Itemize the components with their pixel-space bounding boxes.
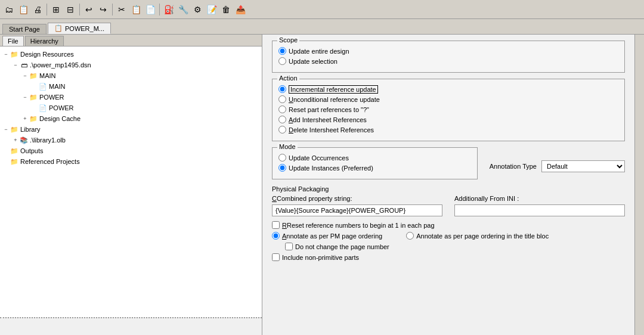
scope-selection-label[interactable]: Update selection <box>289 58 338 65</box>
scope-radio-selection: Update selection <box>278 57 618 65</box>
tree-node-label: Design Cache <box>39 115 80 122</box>
action-radio-unconditional: Unconditional reference update <box>278 95 618 103</box>
toolbar-icon-8[interactable]: ✂ <box>115 3 128 16</box>
toolbar-icon-2[interactable]: 📋 <box>17 3 30 16</box>
include-non-primitive-label: Include non-primitive parts <box>282 254 359 261</box>
tree-item[interactable]: 📄POWER <box>0 103 262 113</box>
tree-item[interactable]: 📁Outputs <box>0 145 262 156</box>
tree-item[interactable]: −📁POWER <box>0 92 262 103</box>
toolbar-icon-14[interactable]: 📝 <box>205 3 218 16</box>
toolbar-icon-15[interactable]: 🗑 <box>219 3 233 16</box>
phys-row: CCombined property string: Additionally … <box>272 195 625 216</box>
toolbar-icon-16[interactable]: 📤 <box>234 3 247 16</box>
mode-radio-instances: Update Instances (Preferred) <box>278 164 471 172</box>
toolbar-icon-12[interactable]: 🔧 <box>177 3 190 16</box>
tree-toggle[interactable]: + <box>12 137 19 144</box>
include-non-primitive-row: Include non-primitive parts <box>272 253 625 261</box>
toolbar-icon-6[interactable]: ↩ <box>82 3 95 16</box>
action-reset-part-radio[interactable] <box>278 106 286 113</box>
tree-toggle[interactable] <box>2 158 10 165</box>
action-reset-part-label[interactable]: Reset part references to "?" <box>289 106 369 113</box>
action-label: Action <box>277 75 299 82</box>
tree-node-icon: 📁 <box>29 114 38 123</box>
scope-selection-radio[interactable] <box>278 57 286 65</box>
action-radio-reset-part: Reset part references to "?" <box>278 106 618 113</box>
phys-ini-input[interactable] <box>454 204 625 216</box>
action-group: Action Incremental reference update Unco… <box>272 79 625 141</box>
toolbar-icon-3[interactable]: 🖨 <box>31 3 44 16</box>
action-incremental-label: Incremental reference update <box>289 86 378 93</box>
panel-tab-file[interactable]: File <box>2 36 24 46</box>
tree-toggle[interactable]: − <box>2 126 10 133</box>
include-non-primitive-checkbox[interactable] <box>272 253 280 261</box>
physical-packaging-section: Physical Packaging CCombined property st… <box>272 185 625 216</box>
action-add-intersheet-radio[interactable] <box>278 116 286 123</box>
action-unconditional-label[interactable]: Unconditional reference update <box>289 96 380 103</box>
toolbar-icon-7[interactable]: ↪ <box>97 3 110 16</box>
toolbar-icon-9[interactable]: 📋 <box>129 3 143 16</box>
tree-item[interactable]: −🗃.\power_mp1495.dsn <box>0 60 262 70</box>
do-not-change-checkbox[interactable] <box>285 243 293 250</box>
tree-toggle[interactable]: − <box>21 94 29 101</box>
tree-item[interactable]: +📁Design Cache <box>0 113 262 124</box>
tab-power-m[interactable]: 📋 POWER_M... <box>48 23 111 34</box>
tree-node-icon: 🗃 <box>19 60 29 70</box>
toolbar-icon-13[interactable]: ⚙ <box>191 3 204 16</box>
toolbar-icon-4[interactable]: ⊞ <box>49 3 63 16</box>
phys-col-combined: CCombined property string: <box>272 195 442 216</box>
action-incremental-radio[interactable] <box>278 85 286 93</box>
tree-node-icon: 📁 <box>10 49 19 59</box>
tab-start-page[interactable]: Start Page <box>2 24 47 34</box>
action-radio-add-intersheet: Add Intersheet References <box>278 116 618 123</box>
mode-group: Mode Update Occurrences Update Instances… <box>272 147 478 179</box>
scope-entire-label[interactable]: Update entire design <box>289 48 349 55</box>
annotate-title-radio[interactable] <box>406 232 414 240</box>
tree-node-icon: 📁 <box>29 71 38 80</box>
tree-item[interactable]: +📚.\library1.olb <box>0 135 262 145</box>
tree-item[interactable]: 📄MAIN <box>0 81 262 92</box>
mode-radio-occurrences: Update Occurrences <box>278 154 471 162</box>
action-add-intersheet-label[interactable]: Add Intersheet References <box>289 116 367 123</box>
action-delete-intersheet-radio[interactable] <box>278 126 286 134</box>
tree-toggle[interactable] <box>31 83 38 90</box>
toolbar-icon-10[interactable]: 📄 <box>144 3 157 16</box>
mode-instances-label[interactable]: Update Instances (Preferred) <box>289 165 373 172</box>
tree-item[interactable]: −📁Library <box>0 124 262 135</box>
reset-reference-label: RReset reference numbers to begin at 1 i… <box>282 222 435 229</box>
tree-toggle[interactable]: + <box>21 115 29 122</box>
scope-radio-entire: Update entire design <box>278 47 618 55</box>
mode-occurrences-label[interactable]: Update Occurrences <box>289 154 349 162</box>
tree-toggle[interactable] <box>2 147 10 154</box>
tree-item[interactable]: −📁MAIN <box>0 70 262 81</box>
tree-toggle[interactable]: − <box>2 51 10 58</box>
action-delete-intersheet-label[interactable]: Delete Intersheet References <box>289 126 374 134</box>
toolbar-sep-1 <box>47 4 47 15</box>
toolbar-icon-5[interactable]: ⊟ <box>64 3 77 16</box>
tree-toggle[interactable]: − <box>12 61 19 69</box>
phys-col-ini: Additionally From INI : <box>454 195 625 216</box>
tree-item[interactable]: 📁Referenced Projects <box>0 156 262 167</box>
phys-combined-input[interactable] <box>272 204 442 216</box>
annotation-type-select[interactable]: Default Value Reference <box>541 160 625 172</box>
tree-item[interactable]: −📁Design Resources <box>0 49 262 60</box>
reset-reference-checkbox[interactable] <box>272 221 280 229</box>
panel-tab-hierarchy[interactable]: Hierarchy <box>25 36 64 46</box>
scope-entire-radio[interactable] <box>278 47 286 55</box>
mode-label: Mode <box>277 143 298 150</box>
toolbar: 🗂 📋 🖨 ⊞ ⊟ ↩ ↪ ✂ 📋 📄 ⛽ 🔧 ⚙ 📝 🗑 📤 <box>0 0 644 19</box>
tree-node-label: .\power_mp1495.dsn <box>30 61 91 69</box>
tree-toggle[interactable] <box>31 104 38 111</box>
toolbar-icon-11[interactable]: ⛽ <box>162 3 175 16</box>
action-unconditional-radio[interactable] <box>278 95 286 103</box>
toolbar-sep-2 <box>79 4 80 15</box>
toolbar-icon-1[interactable]: 🗂 <box>2 3 16 16</box>
mode-occurrences-radio[interactable] <box>278 154 286 162</box>
tab-power-m-icon: 📋 <box>54 24 63 32</box>
tree-node-label: POWER <box>49 104 74 111</box>
annotate-pm-radio[interactable] <box>272 232 280 240</box>
tree-toggle[interactable]: − <box>21 72 29 79</box>
mode-instances-radio[interactable] <box>278 164 286 172</box>
tree-node-label: POWER <box>39 94 64 101</box>
right-scrollbar[interactable] <box>634 35 644 335</box>
tree-node-icon: 📁 <box>10 146 19 156</box>
